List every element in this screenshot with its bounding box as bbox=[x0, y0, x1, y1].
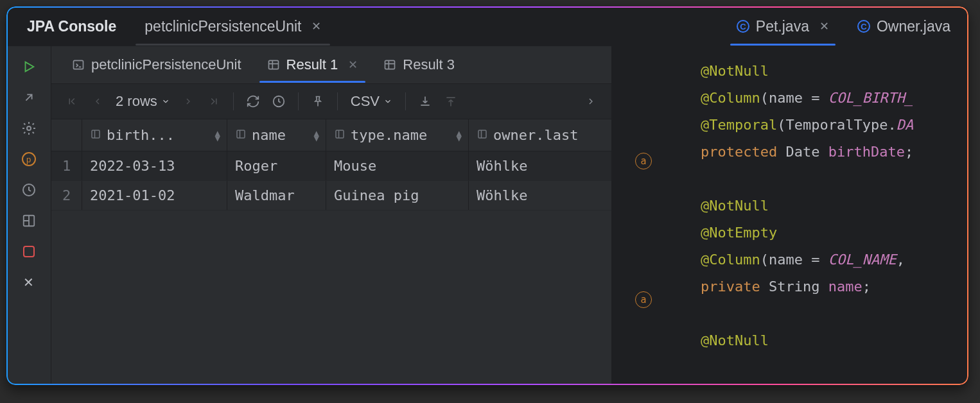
cell-owner[interactable]: Wöhlke bbox=[469, 151, 611, 180]
results-panel: petclinicPersistenceUnit Result 1 ✕ Resu… bbox=[51, 46, 612, 385]
tab-pet-java[interactable]: C Pet.java ✕ bbox=[722, 7, 843, 46]
open-external-icon[interactable] bbox=[20, 89, 38, 107]
prev-page-icon[interactable] bbox=[86, 90, 109, 113]
column-icon bbox=[90, 127, 101, 143]
ide-window: JPA Console petclinicPersistenceUnit ✕ C… bbox=[6, 6, 968, 385]
grid-body: 12022-03-13RogerMouseWöhlke22021-01-02Wa… bbox=[51, 151, 611, 210]
inner-tab-bar: petclinicPersistenceUnit Result 1 ✕ Resu… bbox=[51, 46, 611, 83]
results-grid: birth... ▲▼ name ▲▼ type.name ▲▼ bbox=[51, 119, 611, 210]
clock-icon[interactable] bbox=[20, 181, 38, 199]
console-icon bbox=[72, 58, 85, 71]
close-icon[interactable]: ✕ bbox=[348, 58, 358, 72]
profile-icon[interactable]: p bbox=[20, 150, 38, 168]
code-editor[interactable]: a a @NotNull @Column(name = COL_BIRTH_ @… bbox=[612, 46, 968, 385]
format-label: CSV bbox=[351, 93, 380, 110]
inner-tab-label: Result 3 bbox=[403, 56, 455, 73]
column-label: owner.last bbox=[493, 127, 578, 143]
cell-type[interactable]: Guinea pig bbox=[326, 181, 469, 210]
tab-owner-java[interactable]: C Owner.java bbox=[843, 7, 965, 46]
column-label: birth... bbox=[107, 127, 175, 143]
svg-rect-7 bbox=[92, 130, 100, 138]
table-row[interactable]: 12022-03-13RogerMouseWöhlke bbox=[51, 151, 611, 181]
cell-birth[interactable]: 2021-01-02 bbox=[82, 181, 227, 210]
inner-tab-label: petclinicPersistenceUnit bbox=[91, 56, 241, 73]
refresh-icon[interactable] bbox=[241, 90, 265, 113]
svg-rect-4 bbox=[268, 60, 278, 69]
cell-type[interactable]: Mouse bbox=[326, 151, 469, 180]
sort-icon[interactable]: ▲▼ bbox=[314, 130, 319, 141]
column-header-type[interactable]: type.name ▲▼ bbox=[326, 119, 469, 151]
gear-icon[interactable] bbox=[20, 119, 38, 137]
column-icon bbox=[235, 127, 247, 143]
grid-header: birth... ▲▼ name ▲▼ type.name ▲▼ bbox=[51, 119, 611, 151]
download-icon[interactable] bbox=[414, 90, 437, 113]
row-index: 2 bbox=[51, 181, 82, 210]
history-icon[interactable] bbox=[267, 90, 290, 113]
chevron-down-icon bbox=[161, 97, 170, 106]
results-toolbar: 2 rows CSV bbox=[51, 83, 611, 119]
inner-tab-result1[interactable]: Result 1 ✕ bbox=[256, 47, 370, 83]
code-content[interactable]: @NotNull @Column(name = COL_BIRTH_ @Temp… bbox=[701, 46, 913, 385]
column-header-name[interactable]: name ▲▼ bbox=[227, 119, 326, 151]
table-icon bbox=[267, 58, 280, 71]
svg-rect-9 bbox=[336, 130, 344, 138]
column-label: type.name bbox=[351, 127, 427, 143]
upload-icon[interactable] bbox=[439, 90, 462, 113]
row-number-column bbox=[51, 119, 82, 151]
layout-icon[interactable] bbox=[20, 212, 38, 230]
column-icon bbox=[334, 127, 346, 143]
close-icon[interactable]: ✕ bbox=[311, 19, 321, 33]
tab-label: JPA Console bbox=[27, 18, 116, 35]
last-page-icon[interactable] bbox=[202, 90, 225, 113]
annotation-marker-icon[interactable]: a bbox=[635, 291, 652, 308]
table-row[interactable]: 22021-01-02WaldmarGuinea pigWöhlke bbox=[51, 181, 611, 210]
svg-rect-5 bbox=[385, 60, 395, 69]
cell-owner[interactable]: Wöhlke bbox=[469, 181, 611, 210]
tab-persistence-unit[interactable]: petclinicPersistenceUnit ✕ bbox=[130, 7, 335, 46]
top-tab-bar: JPA Console petclinicPersistenceUnit ✕ C… bbox=[6, 6, 968, 46]
cell-name[interactable]: Waldmar bbox=[227, 181, 326, 210]
row-count-dropdown[interactable]: 2 rows bbox=[112, 93, 174, 110]
svg-point-0 bbox=[27, 126, 31, 130]
cell-name[interactable]: Roger bbox=[227, 151, 326, 180]
tab-jpa-console[interactable]: JPA Console bbox=[10, 7, 130, 46]
sort-icon[interactable]: ▲▼ bbox=[457, 130, 462, 141]
tab-label: petclinicPersistenceUnit bbox=[144, 18, 301, 35]
chevron-down-icon bbox=[383, 97, 392, 106]
table-icon bbox=[383, 58, 396, 71]
svg-rect-10 bbox=[478, 130, 486, 138]
export-format-dropdown[interactable]: CSV bbox=[346, 93, 398, 110]
java-class-icon: C bbox=[737, 20, 749, 33]
editor-gutter: a a bbox=[612, 46, 701, 385]
row-count-label: 2 rows bbox=[116, 93, 157, 110]
sidebar: p ✕ bbox=[6, 46, 51, 385]
cell-birth[interactable]: 2022-03-13 bbox=[82, 151, 227, 180]
column-header-birth[interactable]: birth... ▲▼ bbox=[82, 119, 227, 151]
column-header-owner[interactable]: owner.last bbox=[469, 119, 611, 151]
annotation-marker-icon[interactable]: a bbox=[635, 153, 652, 169]
sort-icon[interactable]: ▲▼ bbox=[215, 130, 220, 141]
tab-label: Owner.java bbox=[877, 18, 950, 35]
row-index: 1 bbox=[51, 151, 82, 180]
pin-icon[interactable] bbox=[306, 90, 329, 113]
run-icon[interactable] bbox=[20, 58, 38, 76]
next-page-icon[interactable] bbox=[177, 90, 200, 113]
inner-tab-persistence[interactable]: petclinicPersistenceUnit bbox=[60, 47, 253, 83]
first-page-icon[interactable] bbox=[60, 90, 83, 113]
svg-rect-3 bbox=[74, 60, 83, 69]
inner-tab-result3[interactable]: Result 3 bbox=[372, 47, 466, 83]
svg-rect-8 bbox=[237, 130, 245, 138]
main-row: p ✕ petclinicPersistenceUnit bbox=[6, 46, 968, 385]
tab-label: Pet.java bbox=[756, 18, 809, 35]
expand-icon[interactable] bbox=[579, 90, 602, 113]
column-icon bbox=[477, 127, 488, 143]
stop-icon[interactable] bbox=[20, 243, 38, 261]
close-panel-icon[interactable]: ✕ bbox=[20, 273, 38, 291]
close-icon[interactable]: ✕ bbox=[819, 19, 829, 33]
inner-tab-label: Result 1 bbox=[286, 56, 338, 73]
column-label: name bbox=[252, 127, 286, 143]
java-class-icon: C bbox=[857, 20, 870, 33]
